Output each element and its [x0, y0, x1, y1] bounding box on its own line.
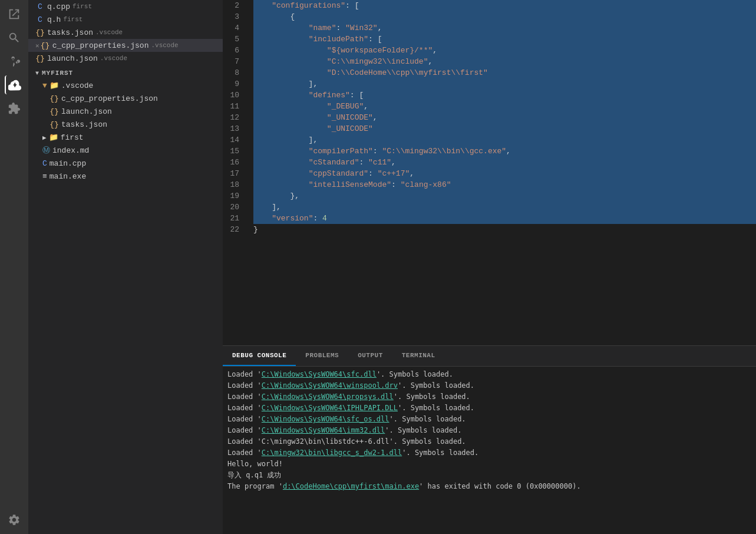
json-file-icon-tasks: {} [35, 28, 45, 37]
open-editor-qh[interactable]: C q.h first [28, 13, 223, 26]
launch-file[interactable]: {} launch.json [28, 105, 223, 118]
close-icon-cppprops[interactable]: ✕ [35, 42, 39, 50]
console-line-5: Loaded 'C:\Windows\SysWOW64\sfc_os.dll'.… [227, 414, 751, 425]
file-label-qcpp: q.cpp [47, 2, 70, 11]
json-icon-cppprops: {} [49, 94, 59, 103]
ln-5: 5 [223, 34, 244, 45]
ln-13: 13 [223, 123, 244, 134]
link-winspool[interactable]: C:\Windows\SysWOW64\winspool.drv [262, 380, 398, 391]
link-main-exe[interactable]: d:\CodeHome\cpp\myfirst\main.exe [283, 481, 419, 492]
console-line-import: 导入 q.q1 成功 [227, 470, 751, 481]
json-icon-tasks: {} [49, 120, 59, 129]
open-editor-cppprops[interactable]: ✕ {} c_cpp_properties.json .vscode [28, 39, 223, 52]
ln-7: 7 [223, 56, 244, 67]
vscode-folder[interactable]: ▼ 📁 .vscode [28, 79, 223, 92]
tasks-file[interactable]: {} tasks.json [28, 118, 223, 131]
link-sfc-os[interactable]: C:\Windows\SysWOW64\sfc_os.dll [262, 414, 389, 425]
import-success-text: 导入 q.q1 成功 [227, 470, 281, 481]
exe-icon: ≡ [42, 172, 47, 181]
ln-2: 2 [223, 0, 244, 11]
first-folder[interactable]: ▶ 📁 first [28, 131, 223, 144]
console-line-8: Loaded 'C:\mingw32\bin\libgcc_s_dw2-1.dl… [227, 447, 751, 459]
tab-problems[interactable]: PROBLEMS [296, 346, 348, 366]
code-line-12: "_UNICODE", [253, 112, 756, 123]
index-md-label: index.md [52, 146, 89, 155]
file-scope-qh: first [63, 16, 82, 23]
code-line-17: "cppStandard": "c++17", [253, 168, 756, 179]
code-line-10: "defines": [ [253, 90, 756, 101]
ln-12: 12 [223, 112, 244, 123]
code-line-4: "name": "Win32", [253, 22, 756, 34]
code-line-22: } [253, 224, 756, 235]
console-line-exit: The program 'd:\CodeHome\cpp\myfirst\mai… [227, 481, 751, 492]
settings-icon[interactable] [5, 510, 24, 529]
code-line-16: "cStandard": "c11", [253, 157, 756, 168]
source-control-icon[interactable] [5, 52, 24, 71]
code-area[interactable]: "configurations": [ { "name": "Win32", "… [251, 0, 756, 345]
link-propsys[interactable]: C:\Windows\SysWOW64\propsys.dll [262, 391, 394, 403]
link-libgcc[interactable]: C:\mingw32\bin\libgcc_s_dw2-1.dll [262, 447, 402, 459]
link-imm32[interactable]: C:\Windows\SysWOW64\imm32.dll [262, 425, 385, 436]
main-exe-file[interactable]: ≡ main.exe [28, 170, 223, 183]
tab-debug-console-label: DEBUG CONSOLE [232, 352, 286, 359]
explorer-icon[interactable] [5, 5, 24, 24]
ln-22: 22 [223, 224, 244, 235]
file-label-tasksjson: tasks.json [47, 28, 93, 37]
ln-3: 3 [223, 11, 244, 22]
tab-debug-console[interactable]: DEBUG CONSOLE [223, 346, 296, 366]
code-line-13: "_UNICODE" [253, 123, 756, 134]
debug-console-content[interactable]: Loaded 'C:\Windows\SysWOW64\sfc.dll'. Sy… [223, 367, 756, 534]
code-line-14: ], [253, 134, 756, 146]
activity-bar-bottom [5, 510, 24, 534]
tab-terminal[interactable]: TERMINAL [392, 346, 445, 366]
console-line-hello: Hello, world! [227, 459, 751, 470]
index-md-file[interactable]: Ⓜ index.md [28, 144, 223, 157]
main-cpp-file[interactable]: C main.cpp [28, 157, 223, 170]
ln-17: 17 [223, 168, 244, 179]
editor-area: 2 3 4 5 6 7 8 9 10 11 12 13 14 15 16 17 … [223, 0, 756, 345]
ln-18: 18 [223, 179, 244, 190]
open-editor-tasksjson[interactable]: {} tasks.json .vscode [28, 26, 223, 39]
ln-14: 14 [223, 134, 244, 146]
bottom-panel: DEBUG CONSOLE PROBLEMS OUTPUT TERMINAL L… [223, 345, 756, 534]
ln-4: 4 [223, 22, 244, 34]
json-icon-launch: {} [49, 107, 59, 116]
editor-scroll-area[interactable]: 2 3 4 5 6 7 8 9 10 11 12 13 14 15 16 17 … [223, 0, 756, 345]
tasks-label: tasks.json [61, 120, 107, 129]
line-numbers: 2 3 4 5 6 7 8 9 10 11 12 13 14 15 16 17 … [223, 0, 251, 345]
console-line-7: Loaded 'C:\mingw32\bin\libstdc++-6.dll'.… [227, 436, 751, 447]
code-line-8: "D:\\CodeHome\\cpp\\myfirst\\first" [253, 67, 756, 78]
ln-16: 16 [223, 157, 244, 168]
ln-20: 20 [223, 202, 244, 213]
link-iphlpapi[interactable]: C:\Windows\SysWOW64\IPHLPAPI.DLL [262, 403, 398, 414]
console-line-3: Loaded 'C:\Windows\SysWOW64\propsys.dll'… [227, 391, 751, 403]
main-exe-label: main.exe [49, 172, 86, 181]
hello-world-text: Hello, world! [227, 459, 283, 470]
console-line-6: Loaded 'C:\Windows\SysWOW64\imm32.dll'. … [227, 425, 751, 436]
sidebar-content: C q.cpp first C q.h first {} tasks.json … [28, 0, 223, 534]
file-label-cppprops: c_cpp_properties.json [52, 41, 149, 50]
code-line-9: ], [253, 78, 756, 90]
code-line-7: "C:\\mingw32\\include", [253, 56, 756, 67]
extensions-icon[interactable] [5, 99, 24, 118]
sidebar: C q.cpp first C q.h first {} tasks.json … [28, 0, 223, 534]
run-debug-icon[interactable] [5, 75, 24, 94]
md-icon: Ⓜ [42, 145, 50, 156]
h-file-icon: C [35, 15, 45, 24]
ln-19: 19 [223, 190, 244, 202]
code-line-19: }, [253, 190, 756, 202]
tab-output-label: OUTPUT [358, 352, 383, 359]
search-icon[interactable] [5, 28, 24, 47]
tab-output[interactable]: OUTPUT [348, 346, 392, 366]
vscode-folder-label: .vscode [61, 81, 94, 90]
file-scope-cppprops: .vscode [151, 42, 178, 49]
open-editor-launchjson[interactable]: {} launch.json .vscode [28, 52, 223, 65]
open-editor-qcpp[interactable]: C q.cpp first [28, 0, 223, 13]
ln-8: 8 [223, 67, 244, 78]
console-line-4: Loaded 'C:\Windows\SysWOW64\IPHLPAPI.DLL… [227, 403, 751, 414]
cppprops-file[interactable]: {} c_cpp_properties.json [28, 92, 223, 105]
code-line-11: "_DEBUG", [253, 101, 756, 112]
link-sfc-dll[interactable]: C:\Windows\SysWOW64\sfc.dll [262, 369, 377, 380]
cpp-file-icon: C [35, 2, 45, 11]
ln-11: 11 [223, 101, 244, 112]
